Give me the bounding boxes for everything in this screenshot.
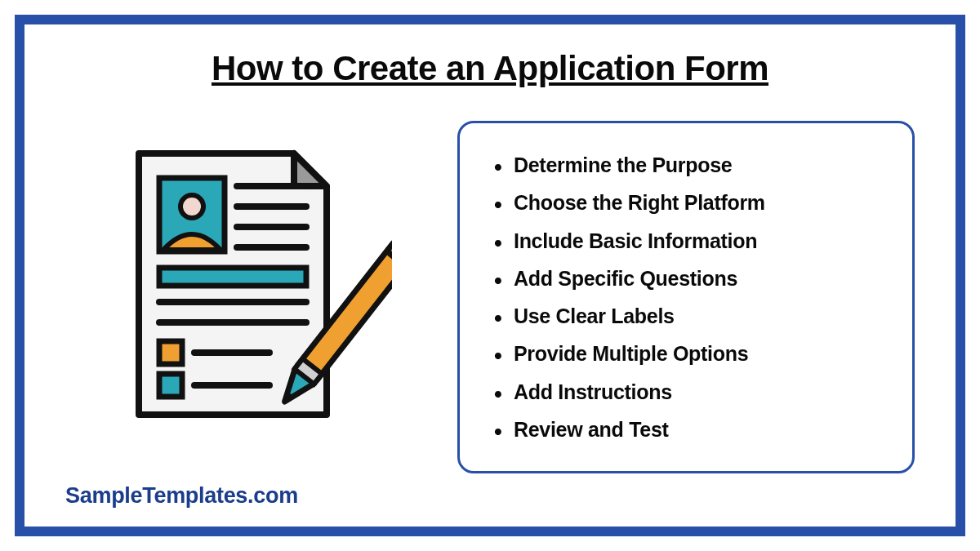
application-form-icon bbox=[82, 129, 392, 439]
svg-rect-6 bbox=[159, 268, 306, 286]
content-row: Determine the Purpose Choose the Right P… bbox=[24, 88, 956, 473]
document-frame: How to Create an Application Form bbox=[15, 15, 965, 536]
list-item: Provide Multiple Options bbox=[489, 335, 883, 372]
list-item: Add Specific Questions bbox=[489, 260, 883, 297]
form-illustration bbox=[65, 113, 408, 439]
list-item: Determine the Purpose bbox=[489, 146, 883, 184]
page-title: How to Create an Application Form bbox=[24, 49, 956, 88]
svg-rect-10 bbox=[159, 374, 182, 397]
list-item: Include Basic Information bbox=[489, 222, 883, 260]
list-item: Review and Test bbox=[489, 411, 883, 448]
list-item: Add Instructions bbox=[489, 373, 883, 411]
list-item: Choose the Right Platform bbox=[489, 184, 883, 221]
brand-label: SampleTemplates.com bbox=[65, 483, 298, 509]
steps-panel: Determine the Purpose Choose the Right P… bbox=[457, 121, 915, 473]
list-item: Use Clear Labels bbox=[489, 297, 883, 335]
svg-point-1 bbox=[180, 195, 203, 218]
steps-list: Determine the Purpose Choose the Right P… bbox=[489, 146, 883, 448]
svg-rect-9 bbox=[159, 341, 182, 364]
